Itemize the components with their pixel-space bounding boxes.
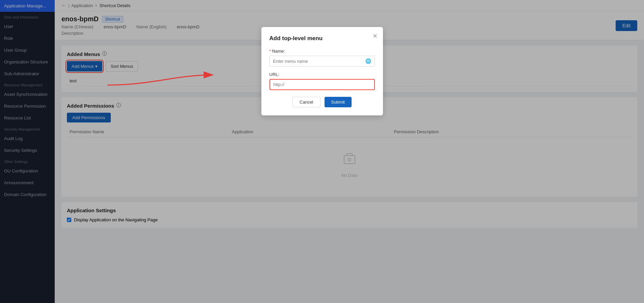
url-form-group: URL:	[269, 72, 375, 90]
modal-title: Add top-level menu	[269, 35, 375, 42]
name-form-group: * Name: 🌐	[269, 49, 375, 66]
globe-icon: 🌐	[365, 58, 371, 64]
url-label: URL:	[269, 72, 375, 77]
submit-button[interactable]: Submit	[325, 97, 352, 107]
url-input[interactable]	[274, 82, 371, 87]
modal-close-button[interactable]: ✕	[372, 32, 378, 40]
modal-footer: Cancel Submit	[269, 97, 375, 107]
url-input-wrapper	[269, 79, 375, 90]
name-input[interactable]	[273, 59, 365, 64]
name-label: * Name:	[269, 49, 375, 54]
modal-overlay: Add top-level menu ✕ * Name: 🌐 URL: Canc…	[0, 0, 644, 303]
cancel-button[interactable]: Cancel	[292, 97, 320, 107]
add-menu-modal: Add top-level menu ✕ * Name: 🌐 URL: Canc…	[261, 27, 383, 115]
name-input-wrapper: 🌐	[269, 56, 375, 66]
required-star: *	[269, 49, 271, 54]
